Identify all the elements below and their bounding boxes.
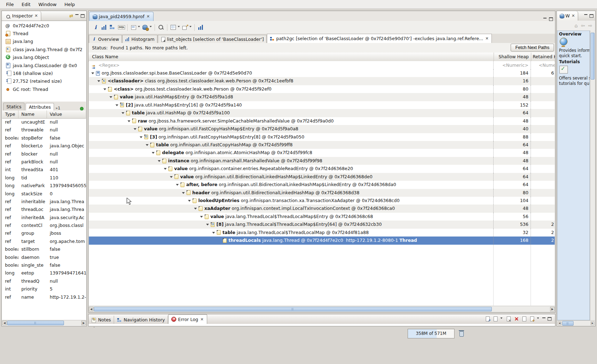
tree-row[interactable]: header org.infinispan.util.Bidirectional… — [89, 189, 555, 197]
shallow-filter-input[interactable]: <Numeric> — [493, 61, 531, 69]
scrollbar-thumb[interactable] — [94, 307, 492, 311]
close-icon[interactable]: ✕ — [146, 14, 150, 19]
attribute-row[interactable]: ref parkBlock null — [2, 158, 86, 166]
tree-row[interactable]: [8] java.lang.ThreadLocal$ThreadLocalMap… — [89, 221, 555, 228]
expander-icon[interactable] — [121, 109, 125, 117]
tree-row[interactable]: org.jboss.classloader.spi.base.BaseClass… — [89, 69, 555, 77]
inspector-item[interactable]: GC root: Thread — [2, 85, 86, 93]
expander-icon[interactable] — [145, 141, 150, 149]
scroll-left-icon[interactable]: ◀ — [89, 307, 93, 311]
result-tab[interactable]: path2gc [selection of 'BaseClassLoader @… — [267, 34, 492, 43]
column-name[interactable]: Name — [18, 110, 47, 118]
close-icon[interactable]: ✕ — [200, 317, 204, 322]
clear-log-icon[interactable] — [506, 316, 511, 322]
result-tab[interactable]: Overview ✕ — [89, 35, 122, 43]
attribute-row[interactable]: boolea single_ste false — [2, 261, 86, 269]
fetch-next-paths-button[interactable]: Fetch Next Paths — [511, 44, 554, 51]
tree-row[interactable]: threadLocals java.lang.Thread @ 0x7f24d4… — [89, 237, 555, 244]
tree-row[interactable]: [2] java.util.HashMap$Entry[16] @ 0x7f24… — [89, 101, 555, 109]
expander-icon[interactable] — [91, 69, 95, 77]
editor-tab-hprof[interactable]: java_pid24959.hprof ✕ — [89, 12, 154, 21]
minimize-icon[interactable] — [542, 317, 545, 321]
welcome-section[interactable]: Overview Provides inform quick start. — [558, 31, 590, 59]
link-with-editor-icon[interactable]: ⇄ — [69, 13, 73, 18]
expander-icon[interactable] — [206, 221, 210, 228]
scroll-right-icon[interactable]: ▶ — [591, 321, 594, 325]
scroll-left-icon[interactable]: ◀ — [558, 321, 561, 325]
forward-icon[interactable]: ⇨ — [588, 23, 592, 28]
attribute-row[interactable]: ref uncaughtE null — [2, 118, 86, 126]
scrollbar-thumb[interactable] — [562, 321, 574, 326]
maximize-icon[interactable] — [549, 17, 553, 21]
inspector-item[interactable]: java.lang — [2, 38, 86, 45]
attribute-row[interactable]: ref contextCl org.jboss.classl — [2, 222, 86, 229]
close-icon[interactable]: ✕ — [485, 36, 489, 41]
export-icon[interactable] — [182, 24, 189, 31]
tree-row[interactable]: after, before org.infinispan.util.Bidire… — [89, 181, 555, 189]
attribute-row[interactable]: ref threadQ null — [2, 277, 86, 285]
attribute-row[interactable]: boolea stopBefor false — [2, 134, 86, 142]
attribute-row[interactable]: boolea daemon true — [2, 254, 86, 261]
calculate-retained-size-icon[interactable] — [170, 24, 177, 31]
minimize-icon[interactable] — [543, 18, 547, 21]
attribute-row[interactable]: ref name http-172.19.1.2- — [2, 293, 86, 301]
close-icon[interactable]: ✕ — [571, 13, 575, 18]
welcome-section[interactable]: Tutorials Offers several s tutorials for… — [558, 59, 590, 86]
menu-item[interactable]: Edit — [18, 1, 34, 8]
expander-icon[interactable] — [157, 157, 162, 165]
inspector-item[interactable]: 27,752 (retained size) — [2, 77, 86, 85]
expander-icon[interactable] — [133, 125, 138, 133]
inspector-item[interactable]: Thread — [2, 29, 86, 37]
expander-icon[interactable] — [151, 149, 156, 157]
tree-row[interactable]: value org.infinispan.util.FastCopyHashMa… — [89, 125, 555, 133]
dropdown-icon[interactable] — [500, 317, 502, 320]
editor-horizontal-scrollbar[interactable]: ◀ ▶ — [89, 306, 555, 312]
attribute-row[interactable]: boolea stillborn false — [2, 245, 86, 253]
bottom-tab[interactable]: Error Log ✕ — [168, 314, 207, 324]
inspector-horizontal-scrollbar[interactable]: ◀ ▶ — [2, 320, 86, 326]
attribute-row[interactable]: long tid 110 — [2, 174, 86, 182]
tree-row[interactable]: table java.lang.ThreadLocal$ThreadLocalM… — [89, 229, 555, 237]
scroll-right-icon[interactable]: ▶ — [81, 321, 86, 325]
tree-row[interactable]: lookedUpEntries org.infinispan.transacti… — [89, 197, 555, 205]
column-shallow-heap[interactable]: Shallow Heap — [494, 53, 531, 61]
inspector-item[interactable]: 168 (shallow size) — [2, 69, 86, 77]
tab-overflow-indicator[interactable]: »1 — [54, 106, 62, 110]
attribute-row[interactable]: long nativePark 1397949456055 — [2, 182, 86, 190]
column-type[interactable]: Type — [2, 110, 18, 118]
tree-row[interactable]: table java.util.HashMap @ 0x7f24d5f9a100… — [89, 109, 555, 117]
inspector-item[interactable]: java.lang.ClassLoader @ 0x0 — [2, 61, 86, 69]
expander-icon[interactable] — [139, 133, 144, 141]
welcome-vertical-scrollbar[interactable] — [590, 31, 595, 320]
expander-icon[interactable] — [212, 229, 216, 237]
inspector-item[interactable]: java.lang.Object — [2, 54, 86, 61]
export-log-icon[interactable] — [485, 316, 490, 322]
tree-row[interactable]: <class> org.jboss.test.classloader.leak.… — [89, 85, 555, 93]
search-icon[interactable] — [157, 24, 165, 31]
tab-statics[interactable]: Statics — [3, 103, 25, 110]
tree-row[interactable]: [3] org.infinispan.util.FastCopyHashMap$… — [89, 133, 555, 141]
histogram-icon[interactable] — [101, 24, 108, 31]
heap-status-monitor[interactable]: 358M of 571M — [408, 329, 455, 338]
query-browser-icon[interactable] — [130, 24, 137, 31]
tab-inspector[interactable]: Inspector ✕ — [2, 11, 41, 21]
heap-actions-icon[interactable] — [142, 24, 149, 31]
attribute-row[interactable]: ref throwable null — [2, 126, 86, 134]
dropdown-icon[interactable] — [138, 26, 140, 28]
dropdown-icon[interactable] — [150, 26, 152, 28]
result-tab[interactable]: Histogram ✕ — [122, 35, 157, 43]
tree-row[interactable]: table org.infinispan.util.FastCopyHashMa… — [89, 141, 555, 149]
scrollbar-thumb[interactable] — [7, 321, 64, 325]
minimize-icon[interactable] — [75, 14, 79, 17]
dominator-tree-icon[interactable] — [109, 24, 116, 31]
attribute-row[interactable]: ref blocker null — [2, 150, 86, 158]
attribute-row[interactable]: long eetop 1397949471641 — [2, 269, 86, 277]
expander-icon[interactable] — [127, 117, 131, 125]
tree-row[interactable]: delegate org.infinispan.atomic.AtomicHas… — [89, 149, 555, 157]
attribute-row[interactable]: int threadSta 401 — [2, 166, 86, 174]
attribute-row[interactable]: long stackSize 0 — [2, 190, 86, 198]
bottom-tab[interactable]: Notes ✕ — [88, 316, 114, 324]
close-icon[interactable]: ✕ — [34, 13, 38, 18]
tree-row[interactable]: instance org.infinispan.marshall.Marshal… — [89, 157, 555, 165]
scroll-right-icon[interactable]: ▶ — [550, 307, 555, 311]
